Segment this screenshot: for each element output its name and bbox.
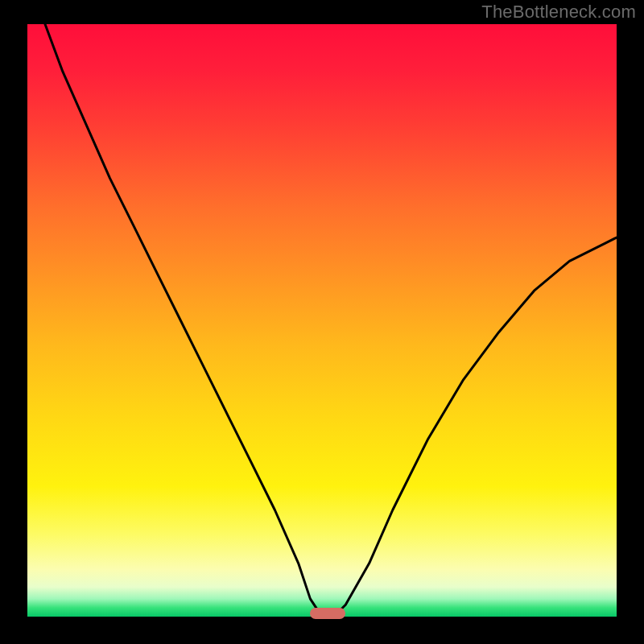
chart-frame: TheBottleneck.com (0, 0, 644, 644)
optimal-point-marker (310, 608, 345, 619)
curve-path (45, 24, 617, 617)
bottleneck-curve (27, 24, 617, 617)
watermark-text: TheBottleneck.com (481, 2, 636, 23)
plot-area (27, 24, 617, 617)
